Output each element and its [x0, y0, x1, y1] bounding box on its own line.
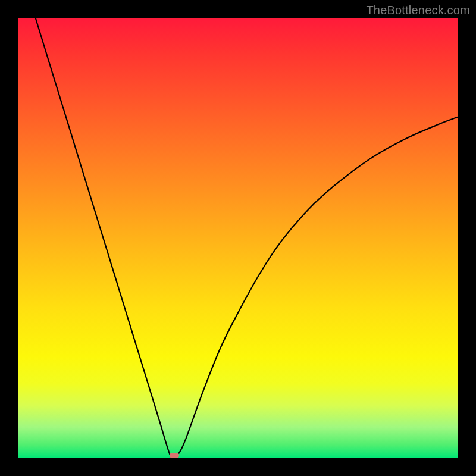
bottleneck-marker [170, 453, 179, 458]
plot-area [18, 18, 458, 458]
chart-container: TheBottleneck.com [0, 0, 476, 476]
curve-left [36, 18, 174, 458]
curve-svg [18, 18, 458, 458]
watermark-text: TheBottleneck.com [366, 4, 470, 17]
curve-right [178, 117, 458, 454]
